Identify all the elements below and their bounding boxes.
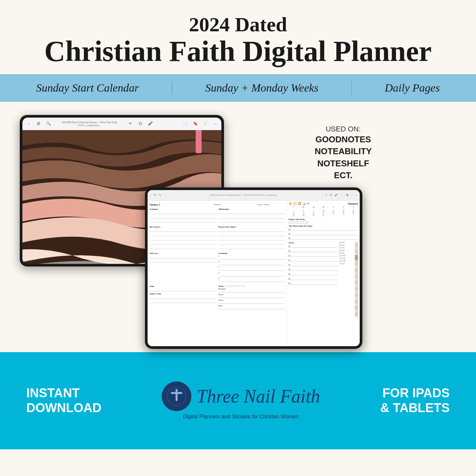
- used-on-box: USED ON: GOODNOTES NOTEABILITY NOTESHELF…: [308, 122, 378, 185]
- pencil-icon: ✏: [128, 122, 133, 126]
- brand-tagline-text: Digital Planners and Stickers for Christ…: [183, 414, 299, 420]
- tab-jan[interactable]: J: [355, 242, 358, 248]
- todo-label: To Do: [289, 241, 338, 244]
- mic-icon: 🎤: [148, 122, 153, 126]
- brand-center: Three Nail Faith Digital Planners and St…: [162, 381, 320, 420]
- tab-sep[interactable]: S: [355, 292, 358, 298]
- top-three-label: Top Three Must Do Today: [289, 225, 358, 227]
- svg-point-5: [171, 393, 172, 394]
- tab-may[interactable]: M: [355, 267, 358, 273]
- search-icon: 🔍: [46, 122, 51, 126]
- steps-label: Steps: [150, 285, 216, 287]
- brand-circle-icon: [162, 381, 191, 411]
- prayers-others-label: Prayers For Others: [218, 226, 285, 228]
- tablets-container: ‹ ⊞ 🔍 2024 Pld Dated Christian Planner –…: [20, 115, 295, 342]
- feature-bar: Sunday Start Calendar Sunday + Monday We…: [0, 74, 476, 102]
- header-main-title: Christian Faith Digital Planner: [20, 36, 456, 68]
- page-header: 2024 Dated Christian Faith Digital Plann…: [0, 0, 476, 74]
- used-on-goodnotes: GOODNOTES: [315, 133, 372, 145]
- my-prayers-label: My Prayers: [150, 226, 216, 228]
- main-content: ‹ ⊞ 🔍 2024 Pld Dated Christian Planner –…: [0, 102, 476, 352]
- planner-left-col: January 1 Weather Today's Mood: [148, 201, 287, 346]
- svg-point-6: [182, 393, 182, 394]
- weather-label: Weather: [195, 203, 239, 206]
- month-label: January: [348, 202, 358, 205]
- planner-right-col: 🖐 📋 🧮 📊 ✏ January: [287, 201, 360, 346]
- tab-apr[interactable]: A: [355, 261, 358, 267]
- tab-nov[interactable]: N: [355, 305, 358, 311]
- back-icon: ‹: [26, 122, 31, 126]
- header-year-title: 2024 Dated: [20, 13, 456, 36]
- grid-icon: ⊞: [36, 122, 41, 126]
- doc-icon: 📄: [183, 122, 188, 126]
- instant-download-text: INSTANTDOWNLOAD: [26, 386, 101, 416]
- screen-icon: ⊡: [138, 122, 143, 126]
- mood-label: Today's Mood: [241, 203, 285, 206]
- brand-name-text: Three Nail Faith: [197, 386, 320, 407]
- brand-logo: Three Nail Faith: [162, 381, 320, 411]
- tablet-front-inner: ‹ ⊞ 🔍 2024 Pld Dated Christian Planner –…: [148, 190, 360, 346]
- month-tabs: J F M A M J J A S O N D: [354, 241, 358, 318]
- meals-label: Meals: [218, 285, 224, 287]
- tab-mar[interactable]: M: [355, 255, 358, 261]
- share-icon: ↑: [203, 122, 208, 126]
- affirmation-label: Affirmation: [218, 208, 285, 210]
- tab-aug[interactable]: A: [355, 286, 358, 292]
- tab-oct[interactable]: O: [355, 298, 358, 304]
- bookmark-icon: 🔖: [193, 122, 198, 126]
- scripture-label: Scripture: [150, 208, 216, 210]
- feature-divider-1: [172, 81, 172, 95]
- more-icon: ···: [213, 122, 217, 126]
- tab-dec[interactable]: D: [355, 311, 358, 317]
- planner-date: January 1: [150, 203, 193, 206]
- habits-label: Habits This Week: [289, 218, 358, 220]
- planner-page: January 1 Weather Today's Mood: [148, 201, 360, 346]
- tab-jul[interactable]: J: [355, 280, 358, 286]
- self-care-label: Self Care: [150, 252, 216, 254]
- svg-rect-2: [176, 389, 178, 401]
- used-on-label: USED ON:: [315, 125, 372, 133]
- tablet-back-toolbar: ‹ ⊞ 🔍 2024 Pld Dated Christian Planner –…: [22, 118, 221, 130]
- tablet-front: ‹ ⊞ 🔍 2024 Pld Dated Christian Planner –…: [145, 187, 362, 349]
- feature-item-1: Sunday Start Calendar: [36, 82, 139, 94]
- used-on-ect: ECT.: [315, 169, 372, 181]
- feature-item-2: Sunday + Monday Weeks: [205, 82, 319, 94]
- tab-feb[interactable]: F: [355, 248, 358, 254]
- feature-divider-2: [351, 81, 352, 95]
- bottom-banner: INSTANTDOWNLOAD Three Nail Faith Digital…: [0, 352, 476, 449]
- tab-jun[interactable]: J: [355, 273, 358, 279]
- svg-rect-3: [171, 392, 182, 394]
- for-ipads-text: FOR IPADS& TABLETS: [380, 386, 450, 416]
- svg-point-4: [176, 400, 177, 401]
- used-on-noteshelf: NOTESHELF: [315, 157, 372, 169]
- gratitude-label: Gratitude: [218, 252, 285, 254]
- feature-item-3: Daily Pages: [385, 82, 440, 94]
- used-on-noteability: NOTEABILITY: [315, 145, 372, 157]
- planner-toolbar: ‹ ⊞ 🔍 2024 Pld Dated Christian Planner –…: [148, 190, 360, 201]
- todays-win-label: Today's Win: [150, 293, 216, 295]
